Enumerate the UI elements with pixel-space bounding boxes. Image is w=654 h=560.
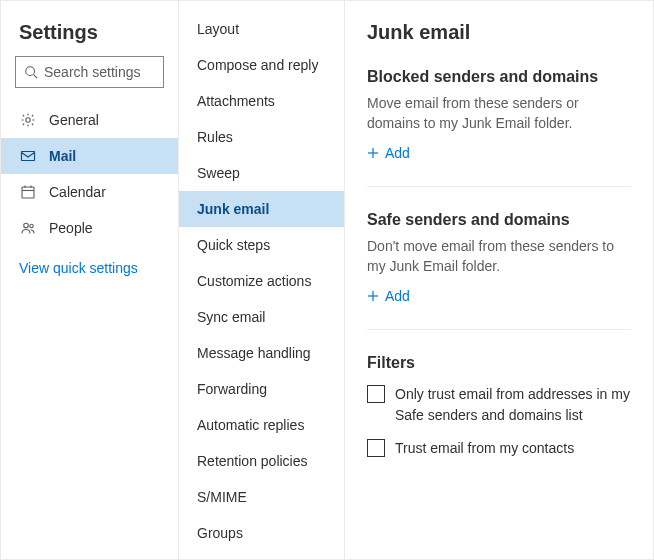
junk-email-page: Junk email Blocked senders and domains M… <box>345 1 653 559</box>
svg-point-11 <box>24 223 29 228</box>
nav-general[interactable]: General <box>1 102 178 138</box>
search-box[interactable] <box>15 56 164 88</box>
mail-subnav: Layout Compose and reply Attachments Rul… <box>179 1 345 559</box>
subnav-forwarding[interactable]: Forwarding <box>179 371 344 407</box>
svg-point-12 <box>30 224 33 227</box>
subnav-sync[interactable]: Sync email <box>179 299 344 335</box>
svg-point-2 <box>26 118 30 122</box>
subnav-quicksteps[interactable]: Quick steps <box>179 227 344 263</box>
filters-section: Filters Only trust email from addresses … <box>367 354 631 459</box>
subnav-junk[interactable]: Junk email <box>179 191 344 227</box>
filter-row-1: Only trust email from addresses in my Sa… <box>367 384 631 426</box>
filter-label-2: Trust email from my contacts <box>395 438 574 459</box>
subnav-sweep[interactable]: Sweep <box>179 155 344 191</box>
settings-panel: Settings General <box>0 0 654 560</box>
nav-calendar-label: Calendar <box>49 184 106 200</box>
filter-checkbox-safe-list[interactable] <box>367 385 385 403</box>
subnav-groups[interactable]: Groups <box>179 515 344 551</box>
svg-point-0 <box>26 67 35 76</box>
blocked-title: Blocked senders and domains <box>367 68 631 86</box>
safe-add-label: Add <box>385 288 410 304</box>
blocked-desc: Move email from these senders or domains… <box>367 94 631 133</box>
svg-rect-3 <box>22 152 35 161</box>
search-wrap <box>1 56 178 96</box>
mail-icon <box>19 147 37 165</box>
subnav-autoreply[interactable]: Automatic replies <box>179 407 344 443</box>
nav-general-label: General <box>49 112 99 128</box>
divider <box>367 186 631 187</box>
svg-line-1 <box>34 75 38 79</box>
settings-sidebar: Settings General <box>1 1 179 559</box>
subnav-customize[interactable]: Customize actions <box>179 263 344 299</box>
settings-title: Settings <box>1 1 178 56</box>
filter-row-2: Trust email from my contacts <box>367 438 631 459</box>
divider <box>367 329 631 330</box>
search-icon <box>24 63 38 81</box>
filters-title: Filters <box>367 354 631 372</box>
people-icon <box>19 219 37 237</box>
subnav-smime[interactable]: S/MIME <box>179 479 344 515</box>
blocked-add-label: Add <box>385 145 410 161</box>
blocked-section: Blocked senders and domains Move email f… <box>367 68 631 162</box>
nav-mail-label: Mail <box>49 148 76 164</box>
safe-desc: Don't move email from these senders to m… <box>367 237 631 276</box>
gear-icon <box>19 111 37 129</box>
svg-rect-4 <box>22 187 34 198</box>
filter-checkbox-contacts[interactable] <box>367 439 385 457</box>
nav-mail[interactable]: Mail <box>1 138 178 174</box>
mail-subnav-list: Layout Compose and reply Attachments Rul… <box>179 1 344 559</box>
plus-icon <box>367 147 379 159</box>
safe-add-button[interactable]: Add <box>367 288 410 304</box>
subnav-msghandling[interactable]: Message handling <box>179 335 344 371</box>
subnav-compose[interactable]: Compose and reply <box>179 47 344 83</box>
filter-label-1: Only trust email from addresses in my Sa… <box>395 384 631 426</box>
calendar-icon <box>19 183 37 201</box>
settings-nav: General Mail <box>1 102 178 246</box>
nav-people[interactable]: People <box>1 210 178 246</box>
nav-people-label: People <box>49 220 93 236</box>
page-title: Junk email <box>367 21 631 44</box>
subnav-retention[interactable]: Retention policies <box>179 443 344 479</box>
subnav-layout[interactable]: Layout <box>179 11 344 47</box>
safe-section: Safe senders and domains Don't move emai… <box>367 211 631 305</box>
view-quick-settings-link[interactable]: View quick settings <box>1 246 178 290</box>
safe-title: Safe senders and domains <box>367 211 631 229</box>
plus-icon <box>367 290 379 302</box>
blocked-add-button[interactable]: Add <box>367 145 410 161</box>
subnav-attachments[interactable]: Attachments <box>179 83 344 119</box>
nav-calendar[interactable]: Calendar <box>1 174 178 210</box>
subnav-rules[interactable]: Rules <box>179 119 344 155</box>
